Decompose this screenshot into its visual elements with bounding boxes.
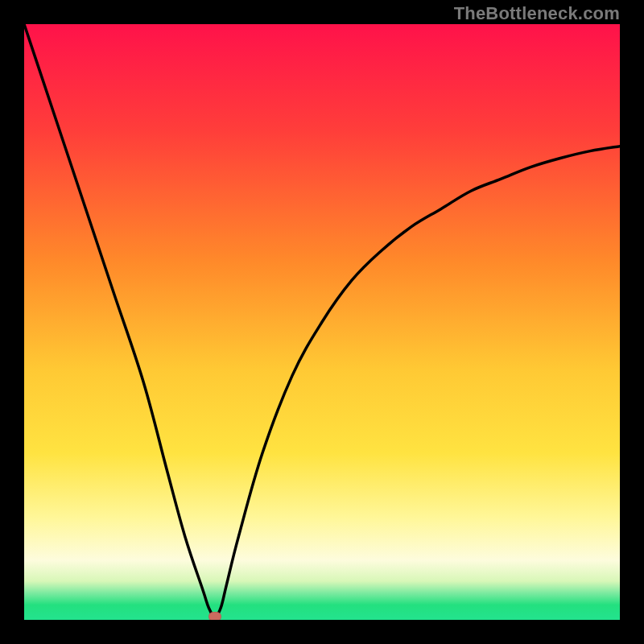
chart-frame: TheBottleneck.com bbox=[0, 0, 644, 644]
watermark-text: TheBottleneck.com bbox=[454, 3, 620, 24]
plot-area bbox=[24, 24, 620, 620]
bottleneck-curve bbox=[24, 24, 620, 617]
optimal-point-marker bbox=[208, 612, 221, 620]
curve-layer bbox=[24, 24, 620, 620]
